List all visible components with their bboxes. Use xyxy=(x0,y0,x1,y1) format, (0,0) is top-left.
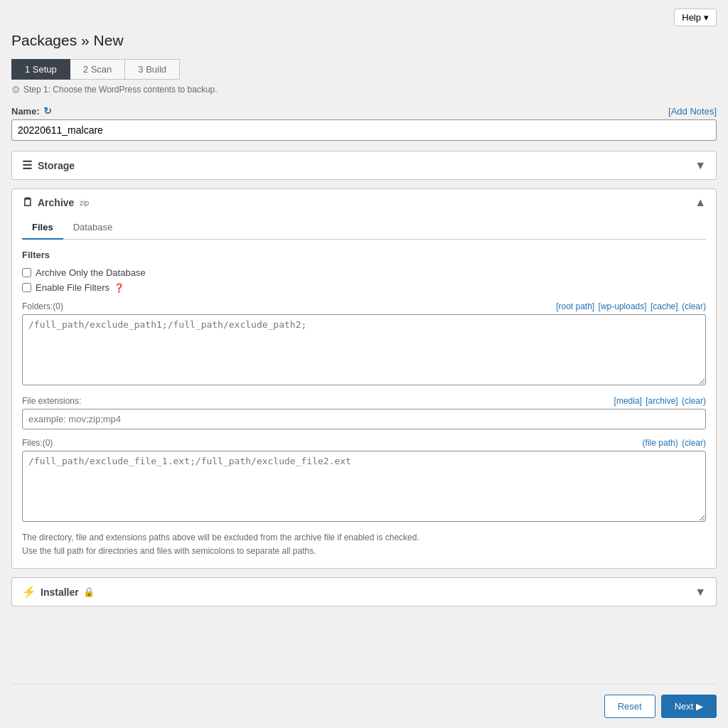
archive-tabs: Files Database xyxy=(22,216,706,240)
zip-badge: zip xyxy=(80,199,89,207)
archive-only-db-checkbox[interactable] xyxy=(22,268,31,277)
reset-button[interactable]: Reset xyxy=(604,695,655,718)
installer-section: ⚡ Installer 🔒 ▼ xyxy=(11,577,717,606)
installer-title: Installer xyxy=(41,587,79,598)
lightning-icon: ⚡ xyxy=(22,585,36,599)
enable-file-filters-row: Enable File Filters ❓ xyxy=(22,282,706,293)
add-notes-link[interactable]: [Add Notes] xyxy=(668,106,717,117)
folders-clear-link[interactable]: (clear) xyxy=(682,301,706,311)
archive-only-db-row: Archive Only the Database xyxy=(22,267,706,278)
file-path-link[interactable]: (file path) xyxy=(643,438,678,448)
step-1-setup[interactable]: 1 Setup xyxy=(11,59,70,80)
refresh-icon[interactable]: ↻ xyxy=(43,105,52,117)
storage-icon: ☰ xyxy=(22,159,32,172)
enable-file-filters-label: Enable File Filters xyxy=(36,282,109,293)
chevron-down-icon: ▾ xyxy=(704,12,709,23)
next-button[interactable]: Next ▶ xyxy=(661,695,717,718)
storage-header[interactable]: ☰ Storage ▼ xyxy=(12,151,716,179)
file-ext-label: File extensions: xyxy=(22,396,81,406)
tab-database[interactable]: Database xyxy=(63,216,123,240)
media-link[interactable]: [media] xyxy=(614,396,642,406)
archive-header[interactable]: 🗒 Archive zip ▲ xyxy=(12,189,716,216)
step-2-scan[interactable]: 2 Scan xyxy=(70,59,125,80)
wp-icon: ⚙ xyxy=(11,84,21,95)
step-1-label: 1 Setup xyxy=(25,64,57,75)
enable-file-filters-checkbox[interactable] xyxy=(22,283,31,292)
step-3-build[interactable]: 3 Build xyxy=(125,59,180,80)
page-title: Packages » New xyxy=(11,32,717,49)
storage-title: Storage xyxy=(38,160,75,171)
files-textarea[interactable] xyxy=(22,451,706,522)
archive-chevron-icon: ▲ xyxy=(695,196,706,209)
archive-title: Archive xyxy=(38,197,74,208)
installer-header-left: ⚡ Installer 🔒 xyxy=(22,585,95,599)
archive-body: Filters Archive Only the Database Enable… xyxy=(12,240,716,568)
folders-field: Folders:(0) [root path] [wp-uploads] [ca… xyxy=(22,301,706,387)
archive-link[interactable]: [archive] xyxy=(646,396,678,406)
files-clear-link[interactable]: (clear) xyxy=(682,438,706,448)
step-3-label: 3 Build xyxy=(138,64,166,75)
steps-bar: 1 Setup 2 Scan 3 Build xyxy=(11,59,717,80)
help-circle-icon[interactable]: ❓ xyxy=(114,283,124,293)
root-path-link[interactable]: [root path] xyxy=(556,301,594,311)
file-ext-clear-link[interactable]: (clear) xyxy=(682,396,706,406)
installer-header[interactable]: ⚡ Installer 🔒 ▼ xyxy=(12,578,716,606)
package-name-input[interactable] xyxy=(11,119,717,141)
folders-label-row: Folders:(0) [root path] [wp-uploads] [ca… xyxy=(22,301,706,311)
bottom-bar: Reset Next ▶ xyxy=(11,684,717,728)
help-button[interactable]: Help ▾ xyxy=(674,9,717,26)
step-hint: ⚙ Step 1: Choose the WordPress contents … xyxy=(11,84,717,95)
files-links: (file path) (clear) xyxy=(641,438,706,448)
archive-only-db-label: Archive Only the Database xyxy=(36,267,146,278)
archive-help-text: The directory, file and extensions paths… xyxy=(22,531,706,558)
name-row: Name: ↻ [Add Notes] xyxy=(11,105,717,117)
folders-textarea[interactable] xyxy=(22,314,706,385)
cache-link[interactable]: [cache] xyxy=(651,301,678,311)
archive-file-icon: 🗒 xyxy=(22,196,33,209)
files-label: Files:(0) xyxy=(22,438,53,448)
file-ext-links: [media] [archive] (clear) xyxy=(613,396,706,406)
files-field: Files:(0) (file path) (clear) xyxy=(22,438,706,524)
archive-header-left: 🗒 Archive zip xyxy=(22,196,89,209)
name-label: Name: ↻ xyxy=(11,105,52,117)
file-extensions-field: File extensions: [media] [archive] (clea… xyxy=(22,396,706,429)
archive-section: 🗒 Archive zip ▲ Files Database Filters A… xyxy=(11,188,717,569)
page-wrapper: Help ▾ Packages » New 1 Setup 2 Scan 3 B… xyxy=(0,0,728,728)
installer-chevron-icon: ▼ xyxy=(695,586,706,599)
filters-title: Filters xyxy=(22,250,706,260)
step-2-label: 2 Scan xyxy=(83,64,112,75)
help-text-line-2: Use the full path for directories and fi… xyxy=(22,545,706,558)
storage-section: ☰ Storage ▼ xyxy=(11,151,717,180)
wp-uploads-link[interactable]: [wp-uploads] xyxy=(599,301,647,311)
file-extensions-input[interactable] xyxy=(22,409,706,429)
file-ext-label-row: File extensions: [media] [archive] (clea… xyxy=(22,396,706,406)
help-label: Help xyxy=(682,12,701,23)
files-label-row: Files:(0) (file path) (clear) xyxy=(22,438,706,448)
top-bar: Help ▾ xyxy=(11,9,717,26)
step-hint-text: Step 1: Choose the WordPress contents to… xyxy=(23,85,218,95)
tab-files[interactable]: Files xyxy=(22,216,63,240)
folders-links: [root path] [wp-uploads] [cache] (clear) xyxy=(555,301,706,311)
lock-icon: 🔒 xyxy=(83,587,95,597)
help-text-line-1: The directory, file and extensions paths… xyxy=(22,531,706,545)
folders-label: Folders:(0) xyxy=(22,301,63,311)
storage-header-left: ☰ Storage xyxy=(22,159,75,172)
storage-chevron-icon: ▼ xyxy=(695,159,706,172)
